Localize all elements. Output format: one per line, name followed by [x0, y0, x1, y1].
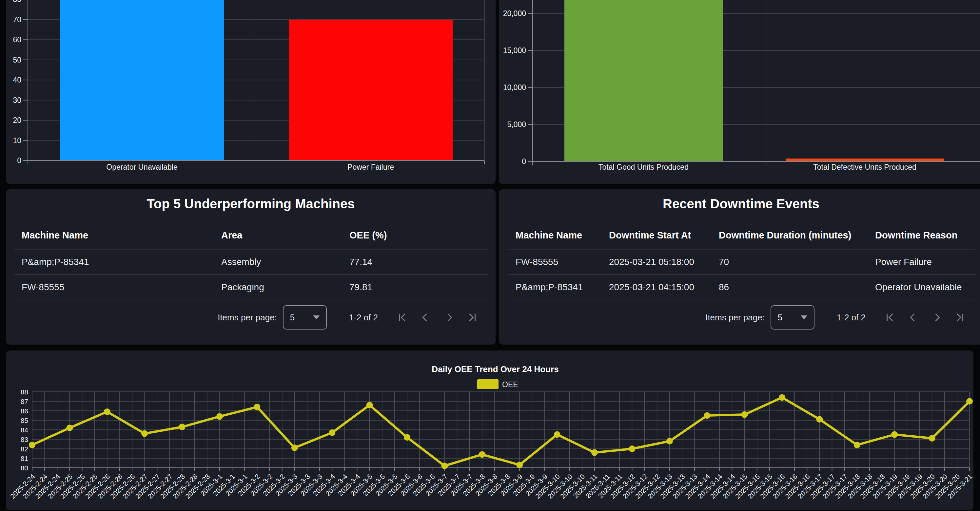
production-units-chart: 05,00010,00015,00020,000Total Good Units…	[499, 0, 980, 184]
cell-area: Assembly	[221, 249, 349, 274]
chevron-down-icon	[801, 316, 807, 319]
first-page-button[interactable]	[885, 313, 894, 322]
x-category-label: Total Defective Units Produced	[813, 163, 916, 171]
data-point-marker	[816, 416, 822, 422]
svg-text:83: 83	[21, 436, 28, 443]
column-header-machine-name: Machine Name	[22, 225, 221, 246]
underperforming-machines-card: Top 5 Underperforming Machines Machine N…	[6, 189, 496, 344]
previous-page-button[interactable]	[908, 313, 918, 322]
last-page-button[interactable]	[468, 313, 477, 322]
downtime-by-reason-card: 01020304050607080Operator UnavailablePow…	[6, 0, 496, 184]
column-header-start-at: Downtime Start At	[609, 225, 719, 246]
x-category-label: Operator Unavailable	[106, 163, 177, 171]
data-point-marker	[891, 432, 898, 438]
cell-machine-name: FW-85555	[22, 275, 221, 299]
cell-area: Packaging	[221, 275, 349, 299]
cell-oee: 77.14	[349, 249, 496, 274]
cell-machine-name: P&amp;P-85341	[22, 249, 221, 274]
dashboard: 01020304050607080Operator UnavailablePow…	[0, 0, 980, 511]
paginator: Items per page: 5 1-2 of 2	[218, 305, 477, 330]
data-point-marker	[479, 451, 485, 458]
page-range-label: 1-2 of 2	[837, 313, 865, 323]
data-point-marker	[404, 434, 410, 441]
cell-reason: Operator Unavailable	[875, 275, 980, 299]
data-point-marker	[29, 441, 35, 448]
svg-text:88: 88	[21, 388, 28, 396]
data-point-marker	[366, 402, 373, 408]
data-point-marker	[104, 408, 110, 415]
data-point-marker	[216, 413, 223, 420]
items-per-page-label: Items per page:	[705, 313, 765, 323]
column-header-duration: Downtime Duration (minutes)	[719, 225, 875, 246]
oee-trend-chart: 8081828384858687882025-2-242025-2-242025…	[6, 351, 974, 510]
svg-text:30: 30	[13, 96, 21, 105]
table-row: P&amp;P-85341 Assembly 77.14	[6, 249, 496, 274]
last-page-icon	[468, 313, 477, 322]
data-point-marker	[554, 432, 560, 438]
items-per-page-label: Items per page:	[218, 313, 277, 323]
svg-text:50: 50	[13, 56, 21, 64]
data-point-marker	[254, 403, 260, 410]
chevron-left-icon	[908, 313, 918, 322]
next-page-button[interactable]	[444, 313, 454, 322]
x-category-label: Power Failure	[347, 163, 394, 171]
cell-start-at: 2025-03-21 04:15:00	[609, 275, 719, 299]
column-header-oee: OEE (%)	[349, 225, 496, 246]
cell-reason: Power Failure	[875, 249, 980, 274]
legend-swatch[interactable]	[477, 379, 498, 389]
data-point-marker	[516, 462, 523, 468]
legend-label[interactable]: OEE	[502, 380, 518, 389]
bar-operator-unavailable	[60, 0, 224, 160]
cell-oee: 79.81	[349, 275, 496, 299]
svg-text:82: 82	[21, 445, 28, 453]
table-row: FW-85555 2025-03-21 05:18:00 70 Power Fa…	[499, 249, 980, 274]
column-header-area: Area	[221, 225, 349, 246]
data-point-marker	[667, 438, 673, 444]
svg-text:40: 40	[13, 76, 21, 84]
page-size-select[interactable]: 5	[770, 305, 815, 330]
svg-text:10,000: 10,000	[503, 83, 526, 92]
data-point-marker	[929, 435, 935, 441]
first-page-button[interactable]	[397, 313, 407, 322]
cell-duration: 70	[719, 249, 875, 274]
data-point-marker	[329, 429, 335, 436]
svg-text:5,000: 5,000	[507, 120, 526, 129]
next-page-button[interactable]	[932, 313, 942, 322]
chevron-down-icon	[313, 316, 320, 319]
chevron-right-icon	[932, 313, 942, 322]
data-point-marker	[854, 441, 861, 448]
svg-text:81: 81	[21, 455, 28, 462]
svg-text:0: 0	[17, 156, 21, 165]
svg-text:20,000: 20,000	[503, 9, 526, 18]
chevron-left-icon	[420, 313, 430, 322]
table-row: P&amp;P-85341 2025-03-21 04:15:00 86 Ope…	[499, 275, 980, 299]
column-header-machine-name: Machine Name	[515, 225, 609, 246]
page-size-select[interactable]: 5	[283, 305, 327, 330]
bar-total-good-units-produced	[565, 0, 723, 162]
page-title: Top 5 Underperforming Machines	[6, 197, 496, 211]
data-point-marker	[628, 446, 635, 452]
svg-text:80: 80	[21, 464, 28, 472]
svg-text:15,000: 15,000	[503, 46, 526, 55]
data-point-marker	[291, 444, 298, 451]
downtime-by-reason-chart: 01020304050607080Operator UnavailablePow…	[6, 0, 496, 184]
recent-downtime-events-card: Recent Downtime Events Machine Name Down…	[499, 189, 980, 344]
data-point-marker	[779, 394, 785, 401]
svg-text:87: 87	[21, 398, 28, 405]
last-page-icon	[955, 313, 965, 322]
first-page-icon	[885, 313, 894, 322]
last-page-button[interactable]	[955, 313, 965, 322]
oee-trend-card: 8081828384858687882025-2-242025-2-242025…	[6, 351, 974, 510]
table-header-row: Machine Name Area OEE (%)	[6, 225, 496, 246]
production-units-card: 05,00010,00015,00020,000Total Good Units…	[499, 0, 980, 184]
previous-page-button[interactable]	[420, 313, 430, 322]
svg-text:80: 80	[13, 0, 21, 3]
x-category-label: Total Good Units Produced	[598, 163, 689, 171]
cell-machine-name: FW-85555	[515, 249, 609, 274]
table-bottom-divider	[14, 300, 488, 300]
bar-total-defective-units-produced	[786, 159, 944, 162]
bar-power-failure	[289, 20, 453, 160]
data-point-marker	[441, 462, 448, 469]
cell-duration: 86	[719, 275, 875, 299]
data-point-marker	[179, 424, 186, 430]
